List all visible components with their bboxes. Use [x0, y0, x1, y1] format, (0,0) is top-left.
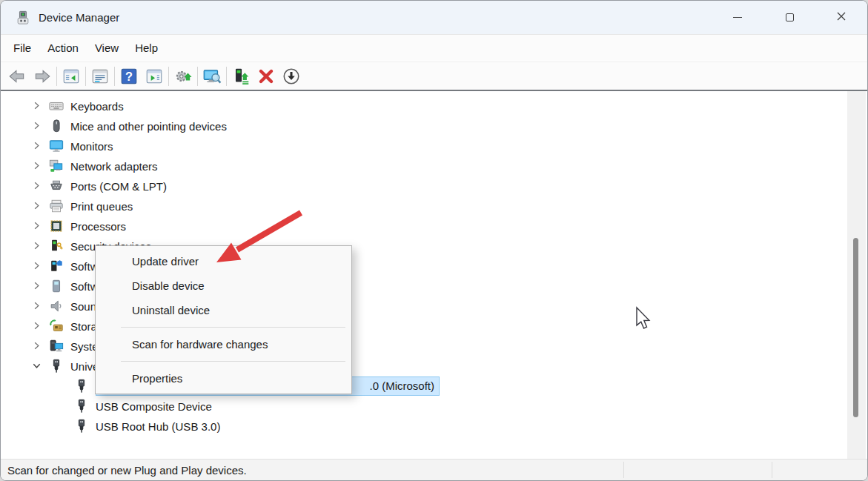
statusbar-divider — [623, 462, 624, 478]
tree-item-label: Keyboards — [70, 99, 124, 113]
maximize-icon — [786, 13, 794, 21]
menu-separator — [121, 361, 345, 362]
chevron-right-icon[interactable] — [29, 219, 44, 233]
tree-item-label: Network adapters — [70, 159, 158, 173]
disable-device-icon — [282, 67, 301, 86]
toolbar-separator — [114, 67, 115, 86]
sound-icon — [48, 298, 64, 314]
tree-item-monitors[interactable]: Monitors — [1, 136, 838, 156]
action-pane-button[interactable] — [142, 64, 167, 88]
statusbar-divider — [772, 462, 772, 478]
security-device-icon — [48, 238, 64, 254]
uninstall-device-button[interactable] — [254, 64, 279, 88]
toolbar: ? — [1, 62, 867, 90]
monitor-icon — [48, 138, 64, 154]
scan-hardware-changes-icon — [202, 67, 222, 86]
chevron-right-icon[interactable] — [29, 119, 44, 133]
scan-hardware-changes-button[interactable] — [199, 64, 225, 88]
menu-item-properties[interactable]: Properties — [96, 366, 351, 391]
update-driver-software-button[interactable] — [170, 64, 196, 88]
printer-icon — [48, 198, 64, 214]
tree-item-keyboards[interactable]: Keyboards — [1, 96, 838, 116]
svg-text:?: ? — [125, 69, 133, 82]
chevron-right-icon[interactable] — [29, 179, 44, 193]
software-device-icon — [48, 278, 64, 294]
disable-device-button[interactable] — [279, 64, 304, 88]
tree-item-usb-root-hub-usb-3-0[interactable]: USB Root Hub (USB 3.0) — [1, 416, 838, 436]
maximize-button[interactable] — [763, 1, 815, 34]
menu-view[interactable]: View — [95, 40, 119, 56]
tree-item-label: USB Root Hub (USB 3.0) — [96, 419, 220, 433]
chevron-right-icon[interactable] — [29, 259, 44, 273]
vertical-scrollbar[interactable] — [847, 91, 866, 459]
usb-icon — [73, 398, 90, 414]
toolbar-separator — [226, 67, 227, 86]
chevron-right-icon[interactable] — [29, 299, 44, 313]
chevron-right-icon[interactable] — [29, 319, 44, 333]
device-manager-icon — [16, 10, 30, 25]
menu-file[interactable]: File — [13, 40, 31, 56]
chevron-spacer — [54, 379, 69, 393]
tree-item-label: Processors — [70, 219, 126, 233]
toolbar-separator — [85, 67, 86, 86]
chevron-spacer — [54, 399, 69, 413]
update-driver-icon — [231, 67, 251, 86]
properties-icon — [90, 67, 110, 86]
tree-item-label: Mice and other pointing devices — [70, 119, 227, 133]
menu-item-disable-device[interactable]: Disable device — [96, 273, 351, 298]
mouse-icon — [48, 118, 64, 134]
minimize-icon — [733, 17, 742, 18]
help-button[interactable]: ? — [116, 64, 142, 88]
chevron-right-icon[interactable] — [29, 159, 44, 173]
status-text: Scan for changed or new Plug and Play de… — [7, 464, 247, 477]
device-manager-window: Device Manager File Action View Help ? K… — [0, 0, 868, 481]
tree-item-ports-com-lpt[interactable]: Ports (COM & LPT) — [1, 176, 838, 196]
menu-bar: File Action View Help — [1, 34, 867, 61]
menu-item-uninstall-device[interactable]: Uninstall device — [96, 298, 351, 322]
window-title: Device Manager — [39, 11, 119, 24]
chevron-right-icon[interactable] — [29, 279, 44, 293]
uninstall-device-icon — [256, 67, 276, 86]
update-driver-software-icon — [173, 67, 193, 86]
system-device-icon — [48, 338, 64, 354]
tree-item-label: USB Composite Device — [96, 399, 212, 413]
forward-icon — [33, 67, 52, 86]
minimize-button[interactable] — [712, 1, 763, 34]
chevron-spacer — [54, 419, 69, 433]
chevron-right-icon[interactable] — [29, 199, 44, 213]
forward-button[interactable] — [30, 64, 55, 88]
scrollbar-thumb[interactable] — [853, 238, 858, 417]
show-hide-console-tree-button[interactable] — [59, 64, 84, 88]
action-pane-icon — [145, 67, 164, 86]
menu-action[interactable]: Action — [47, 40, 79, 56]
tree-item-processors[interactable]: Processors — [1, 216, 838, 236]
tree-item-label: Print queues — [70, 199, 133, 213]
menu-separator — [121, 327, 345, 328]
storage-controller-icon — [48, 318, 64, 334]
back-icon — [7, 67, 27, 86]
keyboard-icon — [48, 98, 64, 114]
software-component-icon — [48, 258, 64, 274]
tree-item-label: .0 (Microsoft) — [369, 379, 434, 392]
tree-item-print-queues[interactable]: Print queues — [1, 196, 838, 216]
usb-icon — [48, 358, 64, 374]
tree-item-network-adapters[interactable]: Network adapters — [1, 156, 838, 176]
chevron-right-icon[interactable] — [29, 99, 44, 113]
menu-help[interactable]: Help — [135, 40, 158, 56]
chevron-down-icon[interactable] — [29, 359, 44, 373]
tree-item-mice-and-other-pointing-devices[interactable]: Mice and other pointing devices — [1, 116, 838, 136]
close-button[interactable] — [815, 1, 867, 34]
usb-icon — [73, 378, 90, 394]
back-button[interactable] — [4, 64, 30, 88]
menu-item-scan-for-hardware-changes[interactable]: Scan for hardware changes — [96, 332, 351, 356]
properties-button[interactable] — [87, 64, 113, 88]
toolbar-separator — [168, 67, 169, 86]
menu-item-update-driver[interactable]: Update driver — [96, 249, 351, 273]
tree-item-label: Ports (COM & LPT) — [70, 179, 167, 193]
chevron-right-icon[interactable] — [29, 339, 44, 353]
chevron-right-icon[interactable] — [29, 139, 44, 153]
window-controls — [712, 1, 867, 34]
chevron-right-icon[interactable] — [29, 239, 44, 253]
update-driver-button[interactable] — [228, 64, 254, 88]
tree-item-usb-composite-device[interactable]: USB Composite Device — [1, 396, 838, 416]
